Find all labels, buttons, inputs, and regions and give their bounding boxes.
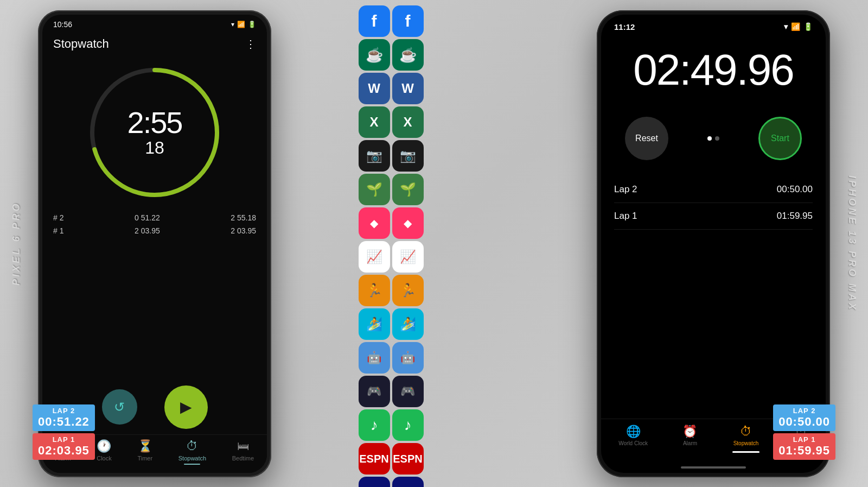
play-icon: ▶ <box>180 398 192 416</box>
android-lap-reset-button[interactable]: ↺ <box>102 389 137 425</box>
facebook-icon-right: f <box>392 5 424 37</box>
iphone-lap2-label: Lap 2 <box>614 184 637 195</box>
lap2-split: 0 51.22 <box>135 213 160 222</box>
icon-pair-disney: D+ D+ <box>359 477 424 487</box>
iphone-timer-display: 02:49.96 <box>614 45 813 95</box>
iphone-lap1-label: Lap 1 <box>614 211 637 222</box>
icon-pair-facebook: f f <box>359 5 424 37</box>
excel-icon-left: X <box>359 106 390 138</box>
camera-icon-right: 📷 <box>392 140 424 172</box>
phones-area: 10:56 ▾ 📶 🔋 Stopwatch ⋮ <box>33 0 835 487</box>
right-device-label: iPHONE 13 PRO MAX <box>835 0 868 487</box>
timer-nav-icon: ⏳ <box>138 439 152 453</box>
android-nav-stopwatch[interactable]: ⏱ Stopwatch <box>178 439 206 465</box>
espn-icon-left: ESPN <box>359 443 390 475</box>
subway-icon-right: 🏃 <box>392 275 424 306</box>
circle-time-display: 2:55 18 <box>127 107 182 157</box>
lap1-split: 2 03.95 <box>135 226 160 235</box>
spotify-icon-left: ♪ <box>359 409 390 441</box>
android-nav-bedtime[interactable]: 🛏 Bedtime <box>232 439 254 465</box>
left-lap2-badge: LAP 2 00:51.22 <box>33 404 95 431</box>
lap2-total: 2 55.18 <box>231 213 256 222</box>
iphone-alarm-label: Alarm <box>683 440 697 446</box>
surf-icon-left: 🏄 <box>359 308 390 340</box>
iphone-lap-row-1: Lap 1 01:59.95 <box>614 203 813 230</box>
worldclock-nav-label: World Clock <box>618 440 648 446</box>
right-lap2-badge: LAP 2 00:50.00 <box>773 404 835 431</box>
iphone-start-button[interactable]: Start <box>758 117 802 160</box>
lap-badges-left: LAP 2 00:51.22 LAP 1 02:03.95 <box>33 404 95 460</box>
disney-icon-right: D+ <box>392 477 424 487</box>
icon-pair-starbucks: ☕ ☕ <box>359 39 424 71</box>
iphone-lap-row-2: Lap 2 00:50.00 <box>614 176 813 203</box>
left-lap2-time: 00:51.22 <box>38 415 90 429</box>
iphone-nav-alarm[interactable]: ⏰ Alarm <box>682 425 697 453</box>
word-icon-left: W <box>359 73 390 104</box>
app-icons-column: f f ☕ ☕ W W X X 📷 📷 🌱 🌱 ◆ ◆ 📈 📈 🏃 🏃 🏄 🏄 … <box>352 0 430 487</box>
iphone-nav-stopwatch[interactable]: ⏱ Stopwatch <box>732 425 760 453</box>
stopwatch-nav-icon: ⏱ <box>186 439 198 453</box>
iphone-lap2-time: 00:50.00 <box>777 184 813 195</box>
clock-nav-icon: 🕐 <box>97 439 111 453</box>
android-status-icons: ▾ 📶 🔋 <box>231 21 256 28</box>
green-icon-right: 🌱 <box>392 174 424 205</box>
timer-nav-label: Timer <box>137 455 152 461</box>
icon-pair-warzone: 🎮 🎮 <box>359 376 424 407</box>
iphone-time: 11:12 <box>614 22 635 31</box>
android-time: 10:56 <box>53 20 72 29</box>
starbucks-icon-right: ☕ <box>392 39 424 71</box>
nav-active-indicator <box>184 464 200 465</box>
left-lap1-label: LAP 1 <box>38 435 90 444</box>
iphone-stopwatch-icon: ⏱ <box>740 425 752 439</box>
icon-pair-finance: 📈 📈 <box>359 241 424 273</box>
espn-icon-right: ESPN <box>392 443 424 475</box>
right-lap1-badge: LAP 1 01:59.95 <box>773 433 835 460</box>
left-device-label: PIXEL 6 PRO <box>0 0 33 487</box>
iphone-controls: Reset Start <box>614 117 813 160</box>
iphone-signal-icon: 📶 <box>791 22 800 31</box>
icon-pair-excel: X X <box>359 106 424 138</box>
lap-icon: ↺ <box>114 400 125 415</box>
iphone-nav-worldclock[interactable]: 🌐 World Clock <box>618 425 648 453</box>
circle-timer-container: 2:55 18 <box>53 62 256 203</box>
android-laps: # 2 0 51.22 2 55.18 # 1 2 03.95 2 03.95 <box>53 211 256 237</box>
iphone-laps: Lap 2 00:50.00 Lap 1 01:59.95 <box>614 176 813 419</box>
start-label: Start <box>771 134 789 143</box>
facebook-icon-left: f <box>359 5 390 37</box>
icon-pair-hero: 🤖 🤖 <box>359 342 424 374</box>
iphone-reset-button[interactable]: Reset <box>625 117 668 160</box>
page-indicator <box>707 136 719 141</box>
worldclock-nav-icon: 🌐 <box>626 425 641 439</box>
iphone-nav-active-indicator <box>732 451 760 453</box>
timer-main-value: 2:55 <box>127 107 182 137</box>
android-menu-icon[interactable]: ⋮ <box>245 37 256 50</box>
left-lap1-time: 02:03.95 <box>38 444 90 458</box>
subway-icon-left: 🏃 <box>359 275 390 306</box>
bedtime-nav-icon: 🛏 <box>237 439 249 453</box>
bedtime-nav-label: Bedtime <box>232 455 254 461</box>
home-indicator <box>601 464 826 473</box>
disney-icon-left: D+ <box>359 477 390 487</box>
iphone-screen: 11:12 ▾ 📶 🔋 02:49.96 Reset <box>601 15 826 473</box>
warzone-icon-right: 🎮 <box>392 376 424 407</box>
finance-icon-left: 📈 <box>359 241 390 273</box>
stopwatch-nav-label: Stopwatch <box>178 455 206 461</box>
left-lap1-badge: LAP 1 02:03.95 <box>33 433 95 460</box>
iphone-battery-icon: 🔋 <box>803 22 813 31</box>
signal-icon: 📶 <box>237 21 245 28</box>
android-play-button[interactable]: ▶ <box>164 385 208 429</box>
iphone-stopwatch-label: Stopwatch <box>733 440 759 446</box>
hero-icon-left: 🤖 <box>359 342 390 374</box>
lap1-num: # 1 <box>53 226 63 235</box>
right-lap2-label: LAP 2 <box>778 407 830 415</box>
icon-pair-green: 🌱 🌱 <box>359 174 424 205</box>
surf-icon-right: 🏄 <box>392 308 424 340</box>
right-lap1-time: 01:59.95 <box>778 444 830 458</box>
android-nav-timer[interactable]: ⏳ Timer <box>137 439 152 465</box>
android-lap-row-1: # 1 2 03.95 2 03.95 <box>53 224 256 237</box>
android-nav-clock[interactable]: 🕐 Clock <box>97 439 112 465</box>
dynamic-island <box>681 21 746 39</box>
right-lap2-time: 00:50.00 <box>778 415 830 429</box>
android-title-bar: Stopwatch ⋮ <box>53 37 256 51</box>
iphone-alarm-icon: ⏰ <box>682 425 697 439</box>
